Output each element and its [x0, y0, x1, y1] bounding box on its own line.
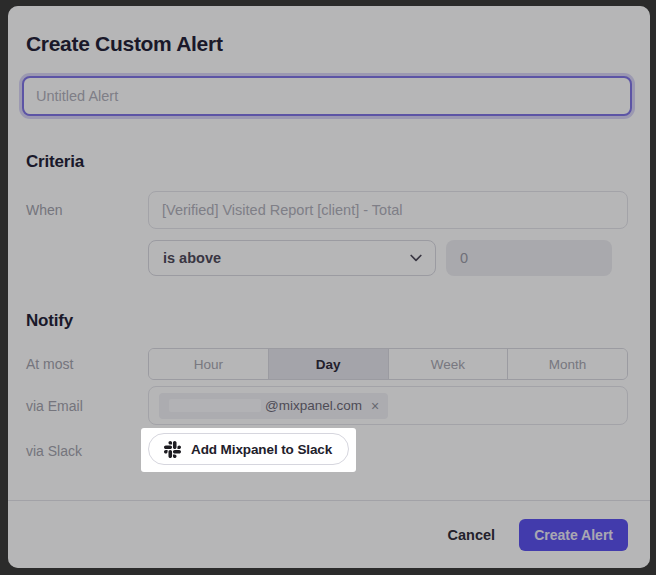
cancel-button[interactable]: Cancel	[448, 527, 496, 543]
criteria-heading: Criteria	[26, 152, 628, 172]
create-alert-button[interactable]: Create Alert	[519, 519, 628, 551]
when-row: When	[26, 191, 628, 229]
condition-select-value: is above	[163, 250, 221, 266]
frequency-option-week[interactable]: Week	[388, 349, 508, 379]
condition-row: is above	[26, 240, 628, 276]
frequency-option-hour[interactable]: Hour	[149, 349, 268, 379]
at-most-label: At most	[26, 356, 148, 372]
slack-spotlight-highlight: Add Mixpanel to Slack	[141, 428, 356, 472]
slack-icon	[164, 441, 181, 458]
frequency-segmented-control: Hour Day Week Month	[148, 348, 628, 380]
event-metric-input[interactable]	[148, 191, 628, 229]
alert-name-input[interactable]	[22, 76, 632, 116]
modal-title: Create Custom Alert	[26, 32, 628, 56]
frequency-option-month[interactable]: Month	[507, 349, 627, 379]
create-custom-alert-modal: Create Custom Alert Criteria When is abo…	[8, 6, 650, 568]
email-recipients-field[interactable]: @mixpanel.com ×	[148, 386, 628, 425]
modal-footer: Cancel Create Alert	[8, 500, 650, 568]
condition-select[interactable]: is above	[148, 240, 436, 276]
frequency-option-day[interactable]: Day	[268, 349, 388, 379]
via-slack-row: via Slack Add Mixpanel to Slack	[26, 428, 628, 472]
when-label: When	[26, 202, 148, 218]
via-email-label: via Email	[26, 398, 148, 414]
threshold-input[interactable]	[446, 240, 612, 276]
via-slack-label: via Slack	[26, 443, 148, 459]
email-chip: @mixpanel.com ×	[159, 393, 388, 419]
email-chip-domain: @mixpanel.com	[265, 398, 362, 413]
chevron-down-icon	[410, 254, 422, 262]
remove-email-icon[interactable]: ×	[371, 399, 379, 413]
notify-heading: Notify	[26, 311, 628, 331]
slack-button-label: Add Mixpanel to Slack	[191, 442, 332, 457]
via-email-row: via Email @mixpanel.com ×	[26, 386, 628, 425]
add-mixpanel-to-slack-button[interactable]: Add Mixpanel to Slack	[148, 433, 349, 465]
frequency-row: At most Hour Day Week Month	[26, 348, 628, 380]
email-redacted-username	[169, 399, 261, 412]
